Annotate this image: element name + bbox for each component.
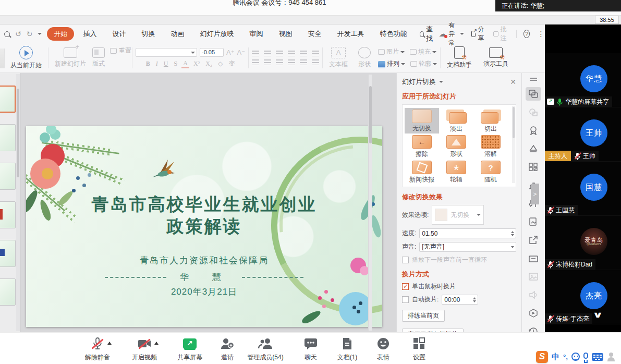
- thumbnail-scrollbar[interactable]: [16, 74, 20, 331]
- participant-tile-jieliang[interactable]: 杰亮 ∨ 传媒-于杰亮: [545, 270, 621, 324]
- layout-pane-icon[interactable]: [526, 160, 541, 174]
- archive-pane-icon[interactable]: [526, 251, 541, 265]
- slide-thumbnail-3[interactable]: [0, 163, 16, 190]
- tab-security[interactable]: 安全: [301, 27, 328, 41]
- member-pane-icon[interactable]: [526, 306, 541, 320]
- transition-pane-icon[interactable]: [526, 87, 541, 101]
- underline-button[interactable]: U: [162, 60, 170, 68]
- align-center-icon[interactable]: [264, 59, 271, 65]
- spin-up-icon[interactable]: [473, 297, 476, 299]
- tab-devtools[interactable]: 开发工具: [330, 27, 371, 41]
- slide-scrollbar[interactable]: [368, 74, 372, 331]
- template-pane-icon[interactable]: [526, 124, 541, 137]
- auto-advance-time-input[interactable]: 00:00: [442, 295, 478, 305]
- numbered-list-icon[interactable]: [264, 51, 271, 56]
- pinyin-button[interactable]: 变: [227, 59, 236, 68]
- help-icon[interactable]: ?: [523, 30, 530, 38]
- align-left-icon[interactable]: [252, 59, 259, 65]
- effects-pane-icon[interactable]: [526, 142, 541, 155]
- ime-account-icon[interactable]: [607, 353, 615, 361]
- collapse-videos-chevron[interactable]: ∨: [592, 310, 603, 320]
- ime-mode-chinese[interactable]: 中: [552, 352, 559, 362]
- increase-indent-icon[interactable]: [288, 51, 295, 56]
- font-color-button[interactable]: A: [181, 59, 189, 68]
- undo-icon[interactable]: ↺: [15, 30, 21, 38]
- close-panel-icon[interactable]: ✕: [510, 78, 516, 86]
- font-name-select[interactable]: [136, 48, 197, 57]
- tab-slideshow[interactable]: 幻灯片放映: [193, 27, 240, 41]
- redo-icon[interactable]: ↻: [27, 30, 33, 38]
- spin-down-icon[interactable]: [473, 300, 476, 302]
- grid-scrollbar[interactable]: [512, 106, 515, 183]
- scrollbar-thumb[interactable]: [513, 107, 515, 138]
- tab-view[interactable]: 视图: [272, 27, 299, 41]
- manage-members-button[interactable]: 管理成员(54): [241, 336, 290, 362]
- bullet-list-icon[interactable]: [252, 51, 259, 56]
- speed-input[interactable]: 01.50: [419, 228, 516, 238]
- tab-home[interactable]: 开始: [47, 27, 74, 41]
- scrollbar-thumb[interactable]: [369, 86, 372, 143]
- slide-thumbnail-2[interactable]: [0, 124, 16, 151]
- slide-thumbnail-6[interactable]: [0, 278, 16, 306]
- mic-options-caret[interactable]: [107, 342, 112, 345]
- arrange-button[interactable]: 排列: [378, 59, 405, 68]
- unmute-button[interactable]: 解除静音: [78, 336, 117, 362]
- slide-thumbnail-1[interactable]: [0, 86, 16, 113]
- image-doc-pane-icon[interactable]: [526, 215, 541, 228]
- ime-keyboard-icon[interactable]: [592, 353, 603, 361]
- ime-voice-icon[interactable]: [583, 353, 588, 359]
- participant-tile-guohui[interactable]: 国慧 王国慧: [545, 162, 621, 216]
- transition-none[interactable]: 无切换: [405, 108, 439, 134]
- chat-button[interactable]: 聊天: [291, 336, 330, 362]
- transition-shape[interactable]: 形状: [439, 134, 473, 159]
- tab-review[interactable]: 审阅: [242, 27, 270, 41]
- tab-transition[interactable]: 切换: [135, 27, 162, 41]
- chevron-down-icon[interactable]: [439, 81, 443, 83]
- spin-down-icon[interactable]: [511, 234, 514, 236]
- documents-button[interactable]: 文档(1): [328, 336, 367, 362]
- clear-format-button[interactable]: ◇: [216, 60, 224, 68]
- transition-newsflash[interactable]: 新闻快报: [405, 159, 439, 185]
- tab-find[interactable]: 查找: [416, 22, 439, 45]
- participant-tile-songbo[interactable]: 爱青岛 QINGDAO'S 宋博松籽Dad: [545, 216, 621, 270]
- distribute-icon[interactable]: [300, 59, 307, 65]
- line-spacing-icon[interactable]: [312, 59, 319, 65]
- decrease-indent-icon[interactable]: [276, 51, 283, 56]
- bold-button[interactable]: B: [144, 60, 152, 68]
- play-from-current-button[interactable]: 从当前开始: [7, 46, 45, 70]
- transition-wheel[interactable]: 轮辐: [439, 159, 473, 185]
- participant-tile-huahui[interactable]: 华慧 华慧的屏幕共享: [545, 53, 621, 107]
- spin-up-icon[interactable]: [511, 231, 514, 233]
- tab-features[interactable]: 特色功能: [373, 27, 413, 41]
- participant-tile-wangshuai[interactable]: 王帅 主持人 王帅: [545, 107, 621, 162]
- slide-canvas[interactable]: 青岛市高校毕业生就业创业 政策解读 青岛市人力资源和社会保障局 华 慧 2020…: [26, 126, 382, 327]
- slide-thumbnail-5[interactable]: [0, 240, 16, 267]
- italic-button[interactable]: I: [154, 60, 160, 68]
- auto-advance-checkbox[interactable]: [402, 296, 409, 303]
- presentation-tools-button[interactable]: 演示工具: [480, 47, 512, 68]
- video-options-caret[interactable]: [154, 342, 159, 345]
- transition-random[interactable]: 随机: [473, 159, 508, 185]
- justify-icon[interactable]: [288, 59, 295, 65]
- slide-thumbnail-4[interactable]: [0, 201, 16, 228]
- tab-design[interactable]: 设计: [105, 27, 132, 41]
- loop-sound-checkbox[interactable]: [402, 257, 409, 263]
- transition-cut[interactable]: 切出: [473, 108, 508, 134]
- expand-pane-handle[interactable]: >: [531, 184, 539, 204]
- transition-wipe[interactable]: 擦除: [405, 134, 439, 159]
- transition-fade[interactable]: 淡出: [439, 108, 473, 134]
- text-direction-icon[interactable]: [300, 51, 307, 56]
- find-replace-icon[interactable]: [4, 31, 10, 37]
- strikethrough-button[interactable]: S: [173, 60, 179, 68]
- ime-punctuation[interactable]: °,: [563, 353, 568, 361]
- customize-toolbar-icon[interactable]: [38, 33, 42, 35]
- sound-select[interactable]: [无声音]: [419, 242, 516, 252]
- font-size-select[interactable]: -0.05: [200, 48, 224, 57]
- share-screen-button[interactable]: 共享屏幕: [171, 336, 209, 362]
- transition-dissolve[interactable]: 溶解: [473, 134, 508, 159]
- pane-drag-handle[interactable]: [526, 76, 541, 82]
- sogou-logo-icon[interactable]: S: [536, 351, 548, 363]
- more-options-icon[interactable]: ⋮: [537, 30, 544, 38]
- scrollbar-thumb[interactable]: [17, 89, 19, 177]
- settings-button[interactable]: 设置: [400, 336, 439, 362]
